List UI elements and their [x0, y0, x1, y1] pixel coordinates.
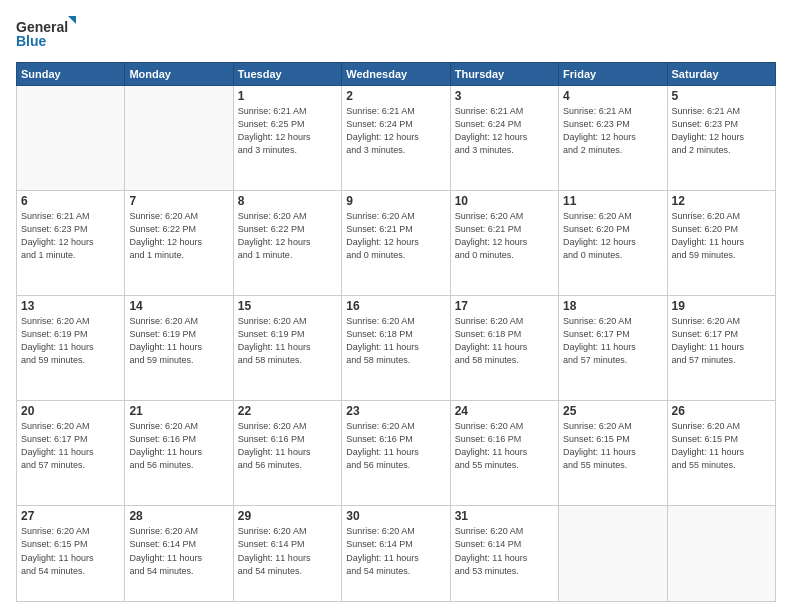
day-number: 25 — [563, 404, 662, 418]
calendar-day-cell: 9Sunrise: 6:20 AM Sunset: 6:21 PM Daylig… — [342, 191, 450, 296]
day-info: Sunrise: 6:20 AM Sunset: 6:17 PM Dayligh… — [672, 315, 771, 367]
day-info: Sunrise: 6:20 AM Sunset: 6:20 PM Dayligh… — [563, 210, 662, 262]
day-info: Sunrise: 6:21 AM Sunset: 6:25 PM Dayligh… — [238, 105, 337, 157]
day-info: Sunrise: 6:20 AM Sunset: 6:16 PM Dayligh… — [455, 420, 554, 472]
calendar-day-cell: 8Sunrise: 6:20 AM Sunset: 6:22 PM Daylig… — [233, 191, 341, 296]
calendar-week-row: 13Sunrise: 6:20 AM Sunset: 6:19 PM Dayli… — [17, 296, 776, 401]
day-number: 31 — [455, 509, 554, 523]
day-number: 8 — [238, 194, 337, 208]
day-info: Sunrise: 6:20 AM Sunset: 6:14 PM Dayligh… — [238, 525, 337, 577]
day-number: 24 — [455, 404, 554, 418]
day-number: 7 — [129, 194, 228, 208]
calendar-day-cell: 21Sunrise: 6:20 AM Sunset: 6:16 PM Dayli… — [125, 401, 233, 506]
day-number: 3 — [455, 89, 554, 103]
day-info: Sunrise: 6:21 AM Sunset: 6:24 PM Dayligh… — [346, 105, 445, 157]
calendar-day-cell: 26Sunrise: 6:20 AM Sunset: 6:15 PM Dayli… — [667, 401, 775, 506]
day-number: 14 — [129, 299, 228, 313]
calendar-week-row: 1Sunrise: 6:21 AM Sunset: 6:25 PM Daylig… — [17, 86, 776, 191]
calendar-day-cell: 3Sunrise: 6:21 AM Sunset: 6:24 PM Daylig… — [450, 86, 558, 191]
calendar-day-header: Monday — [125, 63, 233, 86]
day-info: Sunrise: 6:20 AM Sunset: 6:19 PM Dayligh… — [238, 315, 337, 367]
calendar-day-cell: 2Sunrise: 6:21 AM Sunset: 6:24 PM Daylig… — [342, 86, 450, 191]
calendar-week-row: 27Sunrise: 6:20 AM Sunset: 6:15 PM Dayli… — [17, 506, 776, 602]
calendar-day-cell: 27Sunrise: 6:20 AM Sunset: 6:15 PM Dayli… — [17, 506, 125, 602]
header: General Blue — [16, 16, 776, 52]
day-number: 30 — [346, 509, 445, 523]
day-number: 11 — [563, 194, 662, 208]
day-number: 13 — [21, 299, 120, 313]
day-info: Sunrise: 6:20 AM Sunset: 6:15 PM Dayligh… — [672, 420, 771, 472]
day-info: Sunrise: 6:21 AM Sunset: 6:23 PM Dayligh… — [21, 210, 120, 262]
day-number: 5 — [672, 89, 771, 103]
calendar-day-cell: 7Sunrise: 6:20 AM Sunset: 6:22 PM Daylig… — [125, 191, 233, 296]
day-number: 21 — [129, 404, 228, 418]
calendar-day-header: Thursday — [450, 63, 558, 86]
day-info: Sunrise: 6:20 AM Sunset: 6:21 PM Dayligh… — [455, 210, 554, 262]
calendar-day-cell — [559, 506, 667, 602]
day-number: 20 — [21, 404, 120, 418]
day-info: Sunrise: 6:20 AM Sunset: 6:18 PM Dayligh… — [455, 315, 554, 367]
svg-text:Blue: Blue — [16, 33, 47, 49]
calendar-day-header: Tuesday — [233, 63, 341, 86]
day-number: 22 — [238, 404, 337, 418]
day-info: Sunrise: 6:20 AM Sunset: 6:21 PM Dayligh… — [346, 210, 445, 262]
calendar-week-row: 6Sunrise: 6:21 AM Sunset: 6:23 PM Daylig… — [17, 191, 776, 296]
day-number: 9 — [346, 194, 445, 208]
calendar-day-cell: 4Sunrise: 6:21 AM Sunset: 6:23 PM Daylig… — [559, 86, 667, 191]
day-info: Sunrise: 6:20 AM Sunset: 6:14 PM Dayligh… — [346, 525, 445, 577]
logo-svg: General Blue — [16, 16, 76, 52]
day-number: 12 — [672, 194, 771, 208]
calendar-day-header: Saturday — [667, 63, 775, 86]
day-info: Sunrise: 6:20 AM Sunset: 6:17 PM Dayligh… — [563, 315, 662, 367]
calendar-day-cell: 11Sunrise: 6:20 AM Sunset: 6:20 PM Dayli… — [559, 191, 667, 296]
calendar-day-cell: 19Sunrise: 6:20 AM Sunset: 6:17 PM Dayli… — [667, 296, 775, 401]
calendar-day-cell: 15Sunrise: 6:20 AM Sunset: 6:19 PM Dayli… — [233, 296, 341, 401]
day-info: Sunrise: 6:20 AM Sunset: 6:19 PM Dayligh… — [21, 315, 120, 367]
day-info: Sunrise: 6:20 AM Sunset: 6:20 PM Dayligh… — [672, 210, 771, 262]
calendar-day-cell: 25Sunrise: 6:20 AM Sunset: 6:15 PM Dayli… — [559, 401, 667, 506]
day-info: Sunrise: 6:20 AM Sunset: 6:14 PM Dayligh… — [129, 525, 228, 577]
calendar-day-cell: 1Sunrise: 6:21 AM Sunset: 6:25 PM Daylig… — [233, 86, 341, 191]
calendar-day-header: Friday — [559, 63, 667, 86]
calendar-day-cell: 5Sunrise: 6:21 AM Sunset: 6:23 PM Daylig… — [667, 86, 775, 191]
day-number: 4 — [563, 89, 662, 103]
day-info: Sunrise: 6:20 AM Sunset: 6:14 PM Dayligh… — [455, 525, 554, 577]
calendar-day-cell — [667, 506, 775, 602]
day-info: Sunrise: 6:20 AM Sunset: 6:15 PM Dayligh… — [563, 420, 662, 472]
day-number: 1 — [238, 89, 337, 103]
day-info: Sunrise: 6:20 AM Sunset: 6:16 PM Dayligh… — [238, 420, 337, 472]
calendar-day-cell: 31Sunrise: 6:20 AM Sunset: 6:14 PM Dayli… — [450, 506, 558, 602]
calendar-day-cell: 14Sunrise: 6:20 AM Sunset: 6:19 PM Dayli… — [125, 296, 233, 401]
calendar-day-header: Wednesday — [342, 63, 450, 86]
day-number: 6 — [21, 194, 120, 208]
calendar-day-cell: 22Sunrise: 6:20 AM Sunset: 6:16 PM Dayli… — [233, 401, 341, 506]
calendar-day-cell: 18Sunrise: 6:20 AM Sunset: 6:17 PM Dayli… — [559, 296, 667, 401]
day-number: 2 — [346, 89, 445, 103]
calendar-day-cell — [125, 86, 233, 191]
calendar-day-cell: 20Sunrise: 6:20 AM Sunset: 6:17 PM Dayli… — [17, 401, 125, 506]
day-info: Sunrise: 6:20 AM Sunset: 6:19 PM Dayligh… — [129, 315, 228, 367]
calendar-day-cell: 30Sunrise: 6:20 AM Sunset: 6:14 PM Dayli… — [342, 506, 450, 602]
calendar-week-row: 20Sunrise: 6:20 AM Sunset: 6:17 PM Dayli… — [17, 401, 776, 506]
day-info: Sunrise: 6:20 AM Sunset: 6:22 PM Dayligh… — [129, 210, 228, 262]
day-info: Sunrise: 6:21 AM Sunset: 6:23 PM Dayligh… — [563, 105, 662, 157]
calendar-day-cell: 24Sunrise: 6:20 AM Sunset: 6:16 PM Dayli… — [450, 401, 558, 506]
calendar-day-cell: 29Sunrise: 6:20 AM Sunset: 6:14 PM Dayli… — [233, 506, 341, 602]
day-info: Sunrise: 6:20 AM Sunset: 6:16 PM Dayligh… — [346, 420, 445, 472]
calendar-table: SundayMondayTuesdayWednesdayThursdayFrid… — [16, 62, 776, 602]
day-info: Sunrise: 6:20 AM Sunset: 6:15 PM Dayligh… — [21, 525, 120, 577]
calendar-day-cell: 12Sunrise: 6:20 AM Sunset: 6:20 PM Dayli… — [667, 191, 775, 296]
day-number: 27 — [21, 509, 120, 523]
day-number: 26 — [672, 404, 771, 418]
day-number: 29 — [238, 509, 337, 523]
day-info: Sunrise: 6:20 AM Sunset: 6:16 PM Dayligh… — [129, 420, 228, 472]
calendar-day-cell: 17Sunrise: 6:20 AM Sunset: 6:18 PM Dayli… — [450, 296, 558, 401]
svg-marker-1 — [68, 16, 76, 24]
day-number: 10 — [455, 194, 554, 208]
day-number: 16 — [346, 299, 445, 313]
calendar-day-cell: 13Sunrise: 6:20 AM Sunset: 6:19 PM Dayli… — [17, 296, 125, 401]
day-info: Sunrise: 6:20 AM Sunset: 6:22 PM Dayligh… — [238, 210, 337, 262]
day-number: 15 — [238, 299, 337, 313]
day-number: 23 — [346, 404, 445, 418]
day-info: Sunrise: 6:21 AM Sunset: 6:23 PM Dayligh… — [672, 105, 771, 157]
